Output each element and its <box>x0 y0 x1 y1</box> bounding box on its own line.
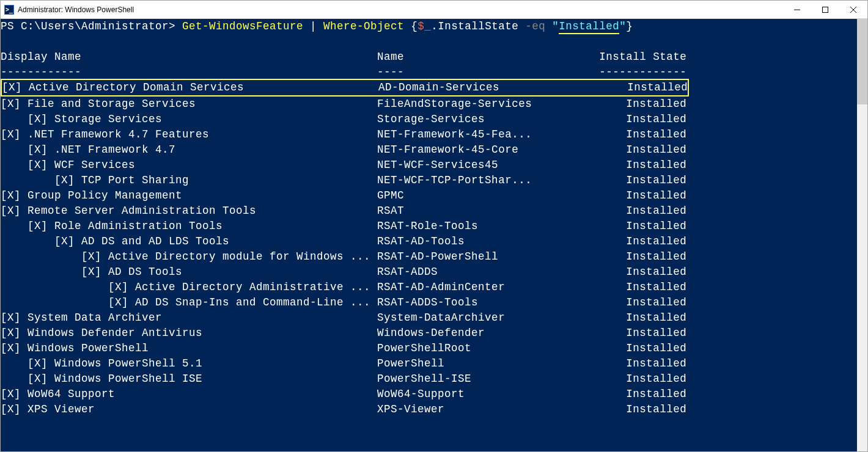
column-headers: Display Name Name Install State <box>1 49 857 65</box>
feature-row: [X] Active Directory Administrative ... … <box>1 280 857 295</box>
terminal-area: PS C:\Users\Administrator> Get-WindowsFe… <box>1 19 867 451</box>
title-bar[interactable]: >_ Administrator: Windows PowerShell <box>1 1 867 19</box>
svg-line-3 <box>850 7 856 13</box>
column-dashes: ------------ ---- ------------- <box>1 65 857 80</box>
feature-row: [X] System Data Archiver System-DataArch… <box>1 310 857 326</box>
feature-row: [X] Storage Services Storage-Services In… <box>1 112 857 127</box>
feature-row: [X] Active Directory module for Windows … <box>1 249 857 264</box>
feature-row: [X] .NET Framework 4.7 NET-Framework-45-… <box>1 142 857 158</box>
feature-row: [X] XPS Viewer XPS-Viewer Installed <box>1 402 857 417</box>
feature-row: [X] Windows Defender Antivirus Windows-D… <box>1 326 857 341</box>
svg-rect-1 <box>823 7 828 12</box>
maximize-icon <box>822 7 828 13</box>
close-button[interactable] <box>839 1 867 18</box>
minimize-button[interactable] <box>783 1 811 18</box>
feature-row: [X] AD DS Snap-Ins and Command-Line ... … <box>1 295 857 310</box>
window-title: Administrator: Windows PowerShell <box>18 5 134 14</box>
blank-line <box>1 34 857 49</box>
minimize-icon <box>794 7 800 13</box>
window-controls <box>783 1 867 18</box>
close-icon <box>850 7 856 13</box>
feature-row: [X] Windows PowerShell ISE PowerShell-IS… <box>1 371 857 387</box>
feature-row: [X] Remote Server Administration Tools R… <box>1 203 857 219</box>
feature-row: [X] Active Directory Domain Services AD-… <box>1 80 857 97</box>
feature-rows: [X] Active Directory Domain Services AD-… <box>1 80 857 417</box>
powershell-window: >_ Administrator: Windows PowerShell PS … <box>0 0 868 452</box>
terminal-output[interactable]: PS C:\Users\Administrator> Get-WindowsFe… <box>1 19 857 451</box>
feature-row: [X] Group Policy Management GPMC Install… <box>1 188 857 203</box>
feature-row: [X] File and Storage Services FileAndSto… <box>1 97 857 112</box>
maximize-button[interactable] <box>811 1 839 18</box>
feature-row: [X] Windows PowerShell PowerShellRoot In… <box>1 341 857 356</box>
feature-row: [X] WoW64 Support WoW64-Support Installe… <box>1 387 857 402</box>
feature-row: [X] Role Administration Tools RSAT-Role-… <box>1 219 857 234</box>
svg-line-2 <box>850 7 856 13</box>
command-line: PS C:\Users\Administrator> Get-WindowsFe… <box>1 19 857 34</box>
powershell-app-icon: >_ <box>4 5 14 15</box>
feature-row: [X] Windows PowerShell 5.1 PowerShell In… <box>1 356 857 371</box>
feature-row: [X] WCF Services NET-WCF-Services45 Inst… <box>1 158 857 173</box>
feature-row: [X] .NET Framework 4.7 Features NET-Fram… <box>1 127 857 142</box>
feature-row: [X] TCP Port Sharing NET-WCF-TCP-PortSha… <box>1 173 857 188</box>
feature-row: [X] AD DS Tools RSAT-ADDS Installed <box>1 264 857 280</box>
feature-row: [X] AD DS and AD LDS Tools RSAT-AD-Tools… <box>1 234 857 249</box>
scrollbar-thumb[interactable] <box>857 19 867 104</box>
vertical-scrollbar[interactable] <box>857 19 867 451</box>
